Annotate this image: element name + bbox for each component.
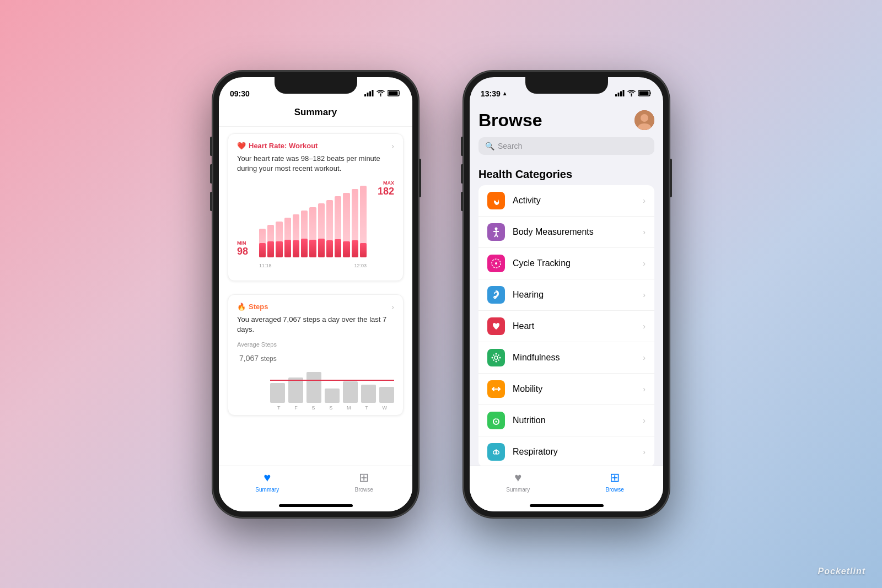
status-time-1: 09:30 xyxy=(230,89,250,98)
svg-point-17 xyxy=(495,227,498,230)
cycle-icon xyxy=(487,255,505,272)
heart-rate-card[interactable]: ❤️ Heart Rate: Workout › Your heart rate… xyxy=(228,133,404,281)
steps-bars-container: T F S S M T W xyxy=(237,366,394,411)
avatar-image xyxy=(634,110,654,130)
svg-rect-6 xyxy=(389,91,398,95)
home-indicator-1 xyxy=(279,504,353,507)
search-bar[interactable]: 🔍 Search xyxy=(478,137,654,155)
browse-content[interactable]: Browse xyxy=(470,101,663,466)
steps-bars xyxy=(270,366,394,403)
tab-browse-1[interactable]: ⊞ Browse xyxy=(316,471,413,493)
chart-max-label: MAX 182 xyxy=(378,180,394,197)
tab-browse-label-1: Browse xyxy=(355,487,373,493)
respiratory-chevron: › xyxy=(643,447,646,456)
browse-title: Browse xyxy=(478,110,542,131)
svg-point-30 xyxy=(498,354,499,355)
svg-rect-9 xyxy=(620,91,622,96)
phone-1: 09:30 xyxy=(212,71,419,518)
svg-point-24 xyxy=(494,356,498,359)
status-icons-1 xyxy=(364,90,401,98)
browse-title-row: Browse xyxy=(478,110,654,131)
category-mobility[interactable]: Mobility › xyxy=(478,374,654,405)
avatar[interactable] xyxy=(634,110,654,130)
step-bar-t1 xyxy=(270,383,285,403)
svg-point-29 xyxy=(493,354,494,355)
chart-time-labels: 11:18 12:03 xyxy=(259,263,367,268)
mobility-label: Mobility xyxy=(513,384,635,394)
location-icon-2: ▲ xyxy=(502,90,508,96)
steps-card[interactable]: 🔥 Steps › You averaged 7,067 steps a day… xyxy=(228,294,404,416)
category-hearing[interactable]: Hearing › xyxy=(478,279,654,311)
svg-rect-10 xyxy=(623,90,625,96)
step-bar-s1 xyxy=(306,372,321,403)
svg-point-28 xyxy=(499,357,501,358)
tab-summary-1[interactable]: ♥ Summary xyxy=(219,471,316,493)
hr-bar-13 xyxy=(360,186,367,257)
heart-rate-chevron: › xyxy=(391,142,394,150)
body-label: Body Measurements xyxy=(513,227,635,237)
hr-bar-2 xyxy=(267,186,274,257)
hr-bar-7 xyxy=(309,186,316,257)
hr-bar-11 xyxy=(343,186,349,257)
fire-icon: 🔥 xyxy=(237,303,246,311)
steps-title-row: 🔥 Steps › xyxy=(237,303,394,311)
svg-rect-8 xyxy=(618,93,620,96)
svg-point-15 xyxy=(641,114,648,122)
cycle-label: Cycle Tracking xyxy=(513,258,635,268)
svg-rect-2 xyxy=(369,91,371,96)
steps-chart: Average Steps 7,067steps xyxy=(237,341,394,407)
svg-point-11 xyxy=(631,95,632,96)
summary-icon-2: ♥ xyxy=(514,471,521,485)
hearing-label: Hearing xyxy=(513,290,635,300)
category-respiratory[interactable]: Respiratory › xyxy=(478,436,654,466)
activity-chevron: › xyxy=(643,196,646,205)
hr-bar-12 xyxy=(352,186,358,257)
wifi-icon-2 xyxy=(627,90,636,98)
category-body[interactable]: Body Measurements › xyxy=(478,217,654,248)
heart-icon: ❤️ xyxy=(237,142,246,150)
tab-browse-2[interactable]: ⊞ Browse xyxy=(567,471,664,493)
heart-label: Heart xyxy=(513,321,635,331)
svg-point-36 xyxy=(496,420,497,422)
search-icon: 🔍 xyxy=(485,142,494,150)
svg-point-27 xyxy=(492,357,493,358)
category-mindfulness[interactable]: Mindfulness › xyxy=(478,342,654,374)
respiratory-label: Respiratory xyxy=(513,447,635,457)
step-bar-s2 xyxy=(325,389,340,403)
cycle-chevron: › xyxy=(643,259,646,268)
step-bar-f xyxy=(288,377,303,403)
heart-rate-title-row: ❤️ Heart Rate: Workout › xyxy=(237,142,394,150)
svg-point-25 xyxy=(496,353,497,354)
steps-value: 7,067steps xyxy=(237,350,394,364)
mindfulness-chevron: › xyxy=(643,353,646,362)
summary-content[interactable]: ❤️ Heart Rate: Workout › Your heart rate… xyxy=(219,127,412,466)
category-heart[interactable]: Heart › xyxy=(478,311,654,342)
nutrition-icon xyxy=(487,412,505,429)
category-nutrition[interactable]: Nutrition › xyxy=(478,405,654,436)
hr-bar-10 xyxy=(335,186,341,257)
category-activity[interactable]: Activity › xyxy=(478,185,654,217)
svg-rect-3 xyxy=(372,90,374,96)
svg-line-21 xyxy=(496,234,498,237)
hr-bar-8 xyxy=(318,186,325,257)
steps-description: You averaged 7,067 steps a day over the … xyxy=(237,315,394,335)
average-line xyxy=(270,380,394,381)
hr-bar-4 xyxy=(284,186,291,257)
category-cycle[interactable]: Cycle Tracking › xyxy=(478,248,654,279)
notch-1 xyxy=(275,77,357,94)
phone-1-screen: 09:30 xyxy=(219,77,412,511)
steps-title: 🔥 Steps xyxy=(237,303,268,311)
mobility-icon xyxy=(487,380,505,398)
svg-rect-13 xyxy=(639,91,649,95)
hr-bar-1 xyxy=(259,186,266,257)
svg-point-4 xyxy=(380,95,381,96)
signal-icon-2 xyxy=(615,90,625,98)
tab-summary-2[interactable]: ♥ Summary xyxy=(470,471,567,493)
respiratory-icon xyxy=(487,443,505,461)
mindfulness-label: Mindfulness xyxy=(513,353,635,363)
step-bar-m xyxy=(343,381,358,403)
hearing-icon xyxy=(487,286,505,304)
notch-2 xyxy=(525,77,608,94)
home-indicator-2 xyxy=(530,504,604,507)
tab-browse-label-2: Browse xyxy=(606,487,624,493)
